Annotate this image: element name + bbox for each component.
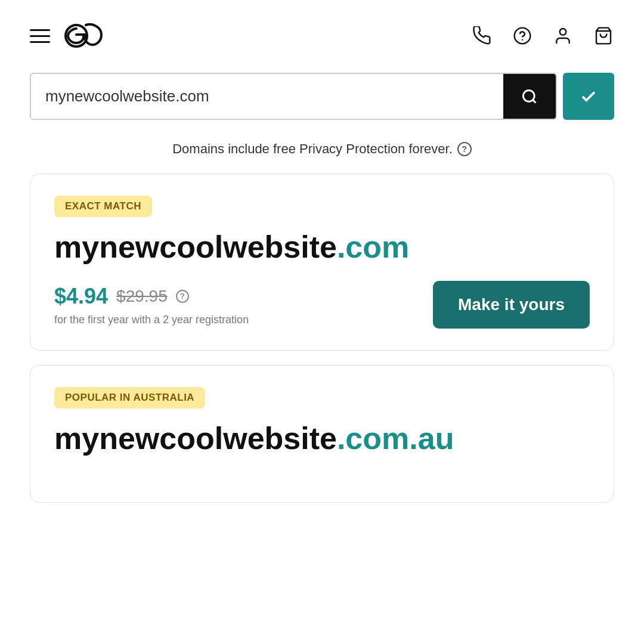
search-bar: mynewcoolwebsite.com: [30, 73, 557, 120]
header-right: [471, 25, 614, 47]
domain-base-exact: mynewcoolwebsite: [54, 230, 337, 264]
cart-icon[interactable]: [593, 25, 614, 47]
svg-point-1: [515, 28, 531, 44]
exact-match-card: EXACT MATCH mynewcoolwebsite.com $4.94 $…: [30, 174, 614, 351]
confirm-button[interactable]: [563, 73, 614, 120]
hamburger-menu-button[interactable]: [30, 29, 50, 43]
exact-match-badge: EXACT MATCH: [54, 196, 152, 217]
popular-australia-card: POPULAR IN AUSTRALIA mynewcoolwebsite.co…: [30, 365, 614, 503]
search-container: mynewcoolwebsite.com: [0, 73, 644, 120]
price-subtext: for the first year with a 2 year registr…: [54, 314, 249, 326]
domain-name-exact: mynewcoolwebsite.com: [54, 230, 590, 264]
current-price: $4.94: [54, 284, 108, 309]
privacy-text: Domains include free Privacy Protection …: [172, 141, 453, 157]
svg-point-3: [560, 29, 566, 35]
privacy-notice: Domains include free Privacy Protection …: [0, 141, 644, 157]
original-price: $29.95: [116, 287, 168, 306]
popular-badge: POPULAR IN AUSTRALIA: [54, 387, 205, 408]
domain-tld-popular: .com.au: [337, 421, 454, 456]
price-info-icon[interactable]: ?: [176, 290, 189, 303]
search-button[interactable]: [503, 74, 556, 119]
price-row: $4.94 $29.95 ?: [54, 284, 249, 309]
domain-tld-exact: .com: [337, 230, 409, 264]
make-it-yours-button[interactable]: Make it yours: [433, 281, 590, 329]
header-left: [30, 17, 104, 55]
pricing-left: $4.94 $29.95 ? for the first year with a…: [54, 284, 249, 326]
svg-line-6: [532, 100, 535, 103]
search-input[interactable]: mynewcoolwebsite.com: [31, 74, 503, 119]
help-icon[interactable]: [512, 25, 533, 47]
privacy-info-icon[interactable]: ?: [457, 142, 472, 156]
domain-cards-container: EXACT MATCH mynewcoolwebsite.com $4.94 $…: [0, 157, 644, 503]
account-icon[interactable]: [552, 25, 574, 47]
phone-icon[interactable]: [471, 25, 493, 47]
search-icon: [521, 88, 538, 105]
domain-name-popular: mynewcoolwebsite.com.au: [54, 422, 590, 456]
godaddy-logo[interactable]: [63, 17, 104, 55]
check-icon: [580, 88, 597, 106]
exact-pricing: $4.94 $29.95 ? for the first year with a…: [54, 281, 590, 329]
svg-point-5: [524, 90, 535, 101]
header: [0, 0, 644, 67]
domain-base-popular: mynewcoolwebsite: [54, 421, 337, 456]
